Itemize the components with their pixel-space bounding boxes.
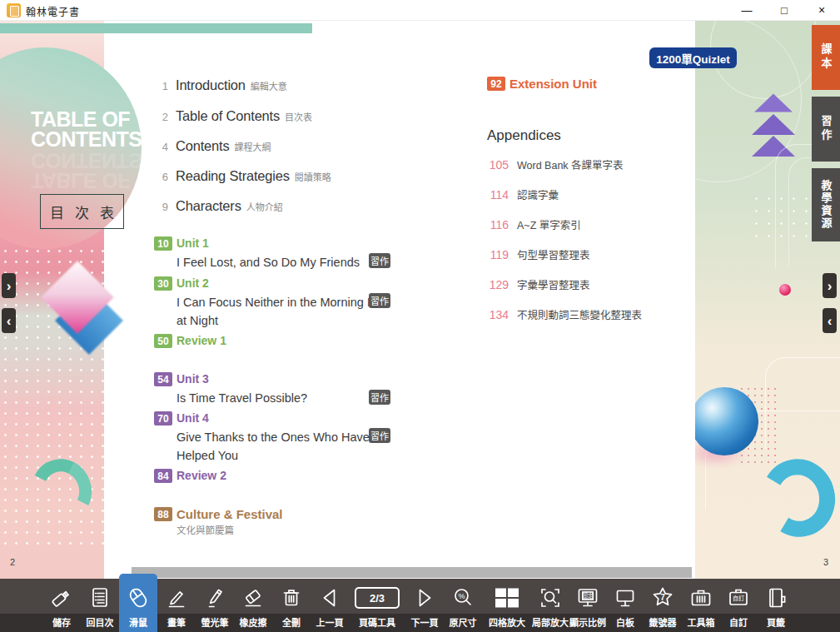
mouse-icon bbox=[125, 579, 152, 615]
toc-zh-char: 表 bbox=[100, 202, 114, 222]
horizontal-scrollbar[interactable] bbox=[132, 567, 692, 578]
toc-entry-appendix[interactable]: 129 字彙學習整理表 bbox=[487, 276, 590, 292]
custom-button[interactable]: 自訂 自訂 bbox=[720, 579, 757, 632]
nav-prev-arrow-right-edge[interactable]: ‹ bbox=[823, 308, 837, 333]
trash-icon bbox=[279, 579, 304, 615]
toc-entry-appendix[interactable]: 105 Word Bank 各課單字表 bbox=[487, 157, 624, 172]
title-bar: 翰林電子書 — □ × bbox=[0, 0, 840, 21]
highlighter-tool-button[interactable]: 螢光筆 bbox=[196, 579, 234, 632]
four-grid-zoom-button[interactable]: 四格放大 bbox=[482, 579, 532, 632]
grid4-icon bbox=[493, 579, 521, 615]
toc-list-icon bbox=[87, 579, 112, 615]
minimize-button[interactable]: — bbox=[733, 0, 761, 21]
back-to-toc-button[interactable]: 回目次 bbox=[81, 579, 119, 632]
quizlet-button[interactable]: 1200單Quizlet bbox=[649, 47, 737, 68]
pen-icon bbox=[164, 579, 189, 615]
toc-entry-unit-4[interactable]: 70 Unit 4 Give Thanks to the Ones Who Ha… bbox=[154, 411, 412, 465]
toc-entry-unit-3[interactable]: 54 Unit 3 Is Time Travel Possible? 習作 bbox=[154, 372, 412, 407]
maximize-button[interactable]: □ bbox=[770, 0, 798, 21]
tab-teaching-resources[interactable]: 教學資源 bbox=[812, 168, 840, 241]
pink-ball-decoration bbox=[779, 284, 791, 296]
toc-entry-appendix[interactable]: 116 A~Z 單字索引 bbox=[487, 216, 581, 232]
pen-tool-button[interactable]: 畫筆 bbox=[157, 579, 196, 632]
workbook-badge[interactable]: 習作 bbox=[369, 253, 390, 268]
toc-entry-table-of-contents[interactable]: 2 Table of Contents 目次表 bbox=[154, 108, 312, 124]
toc-zh-char: 次 bbox=[75, 202, 89, 222]
nav-prev-arrow-left-edge[interactable]: ‹ bbox=[2, 308, 16, 333]
nav-next-arrow-left-edge[interactable]: › bbox=[2, 273, 16, 298]
page-number-tool-button[interactable]: 2/3 頁碼工具 bbox=[349, 579, 405, 632]
sidebar-tabs: 課本 習作 教學資源 bbox=[812, 25, 840, 248]
toc-entry-review-2[interactable]: 84 Review 2 bbox=[154, 469, 412, 485]
monitor-icon: 固定 bbox=[575, 579, 600, 615]
prev-page-icon bbox=[317, 579, 342, 615]
original-size-button[interactable]: % 原尺寸 bbox=[444, 579, 482, 632]
toc-entry-review-1[interactable]: 50 Review 1 bbox=[154, 334, 412, 351]
toc-page-title: TABLE OF CONTENTS bbox=[31, 109, 139, 149]
page-number-right: 3 bbox=[823, 557, 828, 567]
toc-entry-unit-1[interactable]: 10 Unit 1 I Feel Lost, and So Do My Frie… bbox=[154, 236, 412, 271]
tab-textbook[interactable]: 課本 bbox=[812, 25, 840, 90]
eraser-tool-button[interactable]: 橡皮擦 bbox=[234, 579, 272, 632]
whiteboard-icon bbox=[613, 579, 638, 615]
toc-entry-reading-strategies[interactable]: 6 Reading Strategies 閱讀策略 bbox=[154, 168, 331, 184]
nav-next-arrow-right-edge[interactable]: › bbox=[823, 273, 837, 298]
toc-entry-appendix[interactable]: 119 句型學習整理表 bbox=[487, 246, 590, 262]
svg-text:%: % bbox=[458, 592, 465, 600]
toc-entry-culture-festival[interactable]: 88 Culture & Festival 文化與節慶篇 bbox=[154, 507, 412, 539]
zoom-area-icon bbox=[538, 579, 563, 615]
toc-entry-contents[interactable]: 4 Contents 課程大綱 bbox=[154, 138, 271, 154]
page-number-box: 2/3 bbox=[355, 579, 400, 615]
left-page-decoration: TABLE OF CONTENTS TABLE OF CONTENTS 目 次 … bbox=[0, 21, 104, 579]
highlighter-icon bbox=[202, 579, 227, 615]
whiteboard-button[interactable]: 白板 bbox=[607, 579, 644, 632]
workbook-badge[interactable]: 習作 bbox=[369, 428, 390, 443]
app-logo-icon bbox=[7, 3, 21, 17]
toc-entry-introduction[interactable]: 1 Introduction 編輯大意 bbox=[154, 77, 287, 93]
teal-strip-decoration bbox=[0, 23, 312, 33]
toc-page-title-reflection: TABLE OF CONTENTS bbox=[31, 151, 139, 191]
tab-workbook[interactable]: 習作 bbox=[812, 97, 840, 162]
number-picker-button[interactable]: 7 籤號器 bbox=[644, 579, 682, 632]
toc-entry-appendix[interactable]: 114 認識字彙 bbox=[487, 187, 559, 202]
star-number-icon: 7 bbox=[650, 579, 675, 615]
bottom-toolbar: 儲存 回目次 滑鼠 畫筆 螢光筆 bbox=[0, 579, 840, 632]
eraser-icon bbox=[241, 579, 266, 615]
close-button[interactable]: × bbox=[808, 0, 836, 21]
zoom-percent-icon: % bbox=[450, 579, 475, 615]
page-indicator: 2/3 bbox=[355, 587, 400, 609]
cube-decoration bbox=[43, 266, 127, 358]
next-page-icon bbox=[412, 579, 437, 615]
svg-text:自訂: 自訂 bbox=[733, 595, 744, 602]
toolbox-button[interactable]: 工具箱 bbox=[682, 579, 720, 632]
toc-entry-appendix[interactable]: 134 不規則動詞三態變化整理表 bbox=[487, 306, 642, 322]
svg-text:固定: 固定 bbox=[583, 592, 594, 600]
mouse-tool-button[interactable]: 滑鼠 bbox=[119, 574, 157, 632]
toc-zh-title-box: 目 次 表 bbox=[40, 194, 124, 229]
window-title: 翰林電子書 bbox=[26, 4, 80, 18]
toc-zh-char: 目 bbox=[50, 202, 64, 222]
page-tabs-button[interactable]: 頁籤 bbox=[757, 579, 795, 632]
delete-all-button[interactable]: 全刪 bbox=[272, 579, 311, 632]
toc-entry-characters[interactable]: 9 Characters 人物介紹 bbox=[154, 198, 283, 214]
toc-entry-unit-2[interactable]: 30 Unit 2 I Can Focus Neither in the Mor… bbox=[154, 276, 412, 330]
app-window: 翰林電子書 — □ × TABLE OF CONTENTS TABLE OF C… bbox=[0, 0, 840, 632]
svg-text:7: 7 bbox=[660, 593, 665, 602]
previous-page-button[interactable]: 上一頁 bbox=[311, 579, 349, 632]
partial-zoom-button[interactable]: 局部放大 bbox=[532, 579, 569, 632]
book-tab-icon bbox=[763, 579, 788, 615]
toolbox-icon bbox=[688, 579, 713, 615]
appendices-heading: Appendices bbox=[487, 127, 561, 144]
workbook-badge[interactable]: 習作 bbox=[369, 293, 390, 308]
custom-toolbox-icon: 自訂 bbox=[726, 579, 751, 615]
page-number-left: 2 bbox=[10, 557, 15, 567]
usb-save-icon bbox=[49, 579, 74, 615]
display-ratio-button[interactable]: 固定 顯示比例 bbox=[569, 579, 607, 632]
next-page-button[interactable]: 下一頁 bbox=[405, 579, 444, 632]
toc-entry-extension-unit[interactable]: 92 Extension Unit bbox=[487, 77, 745, 93]
save-button[interactable]: 儲存 bbox=[42, 579, 81, 632]
workbook-badge[interactable]: 習作 bbox=[369, 390, 390, 405]
